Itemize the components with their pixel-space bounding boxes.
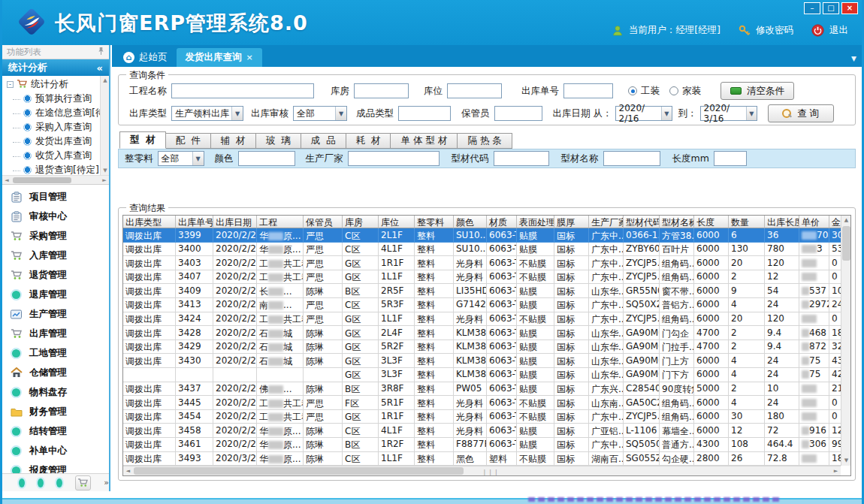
- scroll-down-icon[interactable]: ▼: [841, 456, 851, 466]
- maker-input[interactable]: [348, 151, 440, 166]
- column-header[interactable]: 颜色: [454, 216, 487, 228]
- table-row[interactable]: 调拨出库34292020/2/26石城陈琳G区5R2F整料KLM38176063…: [123, 340, 841, 355]
- table-row[interactable]: 调拨出库34032020/2/25工共工程严思G区1R1F整料光身料6063-T…: [123, 256, 841, 270]
- date-from-picker[interactable]: 2020/ 2/16▼: [615, 106, 672, 121]
- scroll-down-icon[interactable]: ▼: [101, 166, 109, 175]
- column-header[interactable]: 出库长度: [765, 216, 799, 228]
- sidebar-item-return-warehouse-mgmt[interactable]: 退库管理: [2, 285, 109, 304]
- warehouse-input[interactable]: [354, 83, 409, 98]
- table-row[interactable]: 调拨出库34242020/2/26工共工程严思G区1L1F整料光身料6063-T…: [123, 312, 841, 327]
- minimize-button[interactable]: –: [804, 2, 820, 14]
- table-vertical-scrollbar[interactable]: ▲ ▼: [841, 216, 850, 466]
- tree-item-in-transit-query[interactable]: 在途信息查询[待: [2, 106, 109, 120]
- sidebar-item-supplement-center[interactable]: 补单中心: [2, 441, 109, 460]
- tree-item-receiving-inbound-query[interactable]: 收货入库查询: [2, 149, 109, 163]
- sidebar-item-return-goods-mgmt[interactable]: 退货管理: [2, 265, 109, 285]
- module-circle-icon[interactable]: [56, 478, 62, 487]
- module-circle-icon[interactable]: [38, 478, 44, 487]
- sidebar-section-statistics[interactable]: 统计分析 «: [2, 59, 109, 76]
- location-input[interactable]: [447, 83, 502, 98]
- tab-close-icon[interactable]: ×: [246, 53, 253, 62]
- material-tab-single-profile[interactable]: 单 体 型 材: [391, 133, 458, 149]
- table-row[interactable]: 调拨出库34092020/2/25长...陈琳B区2R5F整料LI35HD606…: [123, 284, 841, 298]
- change-password-link[interactable]: 修改密码: [756, 24, 793, 37]
- sidebar-item-scrap-mgmt[interactable]: 报废管理: [2, 460, 109, 473]
- column-header[interactable]: 库房: [343, 216, 379, 228]
- material-tab-profile[interactable]: 型 材: [119, 131, 166, 149]
- sidebar-item-finance-mgmt[interactable]: 财务管理: [2, 402, 109, 421]
- sidebar-item-audit-center[interactable]: 审核中心: [2, 207, 109, 226]
- table-horizontal-scrollbar[interactable]: ◄ ❘❘❘ ►: [123, 466, 841, 475]
- column-header[interactable]: 保管员: [304, 216, 343, 228]
- table-row[interactable]: 调拨出库34282020/2/26石城陈琳G区2L4F整料KLM38176063…: [123, 326, 841, 340]
- sidebar-item-production-mgmt[interactable]: 生产管理: [2, 304, 109, 324]
- table-row[interactable]: 调拨出库34542020/2/28工共工程严思G区1R1F整料光身料6063-T…: [123, 410, 841, 424]
- sidebar-item-inbound-mgmt[interactable]: 入库管理: [2, 246, 109, 265]
- material-tab-glass[interactable]: 玻 璃: [256, 133, 301, 149]
- tree-horizontal-scrollbar[interactable]: ◄ ►: [2, 176, 109, 185]
- scrollbar-thumb[interactable]: [134, 467, 464, 475]
- close-button[interactable]: ×: [841, 2, 858, 14]
- outbound-type-select[interactable]: 生产领料出库▼: [171, 106, 243, 121]
- column-header[interactable]: 材质: [487, 216, 517, 228]
- column-header[interactable]: 生产厂家: [589, 216, 624, 228]
- material-tab-auxiliary[interactable]: 辅 材: [211, 133, 256, 149]
- radio-gongzhuang[interactable]: [628, 86, 637, 95]
- whole-part-select[interactable]: 全部▼: [158, 151, 204, 166]
- tree-item-budget-exec-query[interactable]: 预算执行查询: [2, 92, 109, 106]
- table-row[interactable]: 调拨出库34072020/2/25工共工程严思G区1L1F整料光身料6063-T…: [123, 270, 841, 285]
- column-header[interactable]: 型材代码: [624, 216, 660, 228]
- material-tab-accessory[interactable]: 配 件: [166, 133, 211, 149]
- table-row[interactable]: 调拨出库33992020/2/25华原...严思C区2L1F整料SU10...6…: [123, 228, 841, 243]
- sidebar-item-carryover-mgmt[interactable]: 结转管理: [2, 421, 109, 441]
- column-header[interactable]: 长度: [694, 216, 729, 228]
- logout-link[interactable]: 退出: [829, 24, 848, 37]
- tree-item-shipping-outbound-query[interactable]: 发货出库查询: [2, 134, 109, 149]
- collapse-icon[interactable]: «: [97, 62, 103, 74]
- sidebar-item-site-mgmt[interactable]: 工地管理: [2, 343, 109, 363]
- product-type-input[interactable]: [398, 106, 451, 121]
- scroll-left-icon[interactable]: ◄: [2, 176, 11, 185]
- scrollbar-thumb[interactable]: [13, 177, 71, 183]
- column-header[interactable]: 出库日期: [213, 216, 257, 228]
- profile-name-input[interactable]: [603, 151, 660, 166]
- sidebar-item-outbound-mgmt[interactable]: 出库管理: [2, 324, 109, 343]
- pin-icon[interactable]: [98, 47, 104, 58]
- tree-expander-icon[interactable]: -: [7, 81, 14, 88]
- sidebar-item-material-inventory[interactable]: 物料盘存: [2, 382, 109, 402]
- table-row[interactable]: 调拨出库34372020/2/27佛...陈琳B区3R8F整料PW056063-…: [123, 382, 841, 397]
- module-circle-icon[interactable]: [19, 478, 25, 487]
- scroll-right-icon[interactable]: ►: [100, 176, 109, 185]
- column-header[interactable]: 表面处理: [517, 216, 554, 228]
- material-tab-product[interactable]: 成 品: [301, 133, 346, 149]
- maximize-button[interactable]: □: [823, 2, 839, 14]
- module-cart-button[interactable]: [75, 475, 91, 490]
- scroll-left-icon[interactable]: ◄: [123, 466, 133, 476]
- profile-code-input[interactable]: [494, 151, 549, 166]
- column-header[interactable]: 膜厚: [554, 216, 589, 228]
- tab-shipping-outbound-query[interactable]: 发货出库查询 ×: [177, 48, 262, 67]
- material-tab-consumable[interactable]: 耗 材: [346, 133, 391, 149]
- sidebar-item-project-mgmt[interactable]: 项目管理: [2, 187, 109, 207]
- column-header[interactable]: 型材名称: [660, 216, 694, 228]
- table-row[interactable]: 调拨出库34132020/2/26南...严思C区5R3F整料G71422606…: [123, 298, 841, 312]
- date-to-picker[interactable]: 2020/ 3/16▼: [700, 106, 757, 121]
- project-name-input[interactable]: [171, 83, 314, 98]
- table-row[interactable]: G区3L3F整料KLM38176063-T5贴膜国标山东华...GA90M09.…: [123, 368, 841, 382]
- tree-item-return-query[interactable]: 退货查询[待定]: [2, 163, 109, 176]
- scroll-up-icon[interactable]: ▲: [101, 76, 109, 85]
- table-row[interactable]: 调拨出库34932020/3/2华原...陈琳C区1L1F整料黑色塑料不贴膜国标…: [123, 452, 841, 466]
- column-header[interactable]: 金额: [829, 216, 841, 228]
- column-header[interactable]: 库位: [379, 216, 415, 228]
- tree-item-purchase-inbound-query[interactable]: 采购入库查询: [2, 120, 109, 134]
- radio-jiazhuang[interactable]: [669, 86, 678, 95]
- scroll-up-icon[interactable]: ▲: [841, 216, 851, 225]
- column-header[interactable]: 数量: [729, 216, 765, 228]
- scroll-right-icon[interactable]: ►: [831, 466, 841, 476]
- clear-conditions-button[interactable]: 清空条件: [721, 82, 794, 100]
- outbound-audit-select[interactable]: 全部▼: [293, 106, 347, 121]
- tab-home[interactable]: ⌂ 起始页: [114, 48, 177, 67]
- column-header[interactable]: 工程: [257, 216, 304, 228]
- table-row[interactable]: 调拨出库34302020/2/26石城陈琳G区3L3F整料KLM38176063…: [123, 354, 841, 368]
- table-row[interactable]: 调拨出库34582020/2/28华原...陈琳C区4L1F整料光身料6063-…: [123, 424, 841, 438]
